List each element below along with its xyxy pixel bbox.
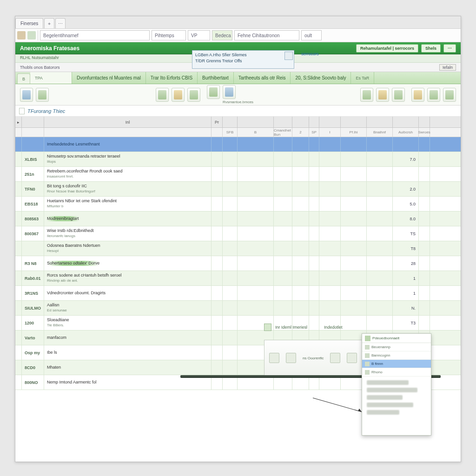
row-expand-icon[interactable] (15, 212, 22, 226)
col-pr[interactable]: Pr (212, 117, 223, 127)
toolbar-btn-5[interactable]: oult (301, 30, 322, 40)
navtab-0b[interactable]: TPA (30, 72, 72, 84)
tab-new-icon[interactable]: ＋ (44, 18, 54, 28)
ribbon-db-label: Rvsmantoe.bmces (223, 100, 253, 104)
nav-icon-1[interactable] (17, 31, 26, 40)
row-expand-icon[interactable] (15, 241, 22, 256)
row-desc: Wise Irstb rds:EdbnithedtIleronanfc lano… (44, 226, 212, 241)
ribbon-table-icon[interactable] (20, 88, 33, 102)
popup-item-1[interactable]: Banncognn (362, 351, 431, 360)
toolbar-btn-4[interactable]: Fehne Cihitautronon (234, 30, 299, 40)
ribbon-export-icon[interactable] (411, 88, 424, 102)
row-value: 5.0 (393, 197, 419, 211)
ribbon-report-icon[interactable] (392, 88, 405, 102)
tab-more-icon[interactable]: ⋯ (55, 18, 66, 28)
popup-body-icon-3[interactable] (330, 353, 340, 363)
popup-item-2[interactable]: B finnn (362, 360, 431, 368)
col-inl[interactable]: Inl (44, 117, 212, 127)
toolbar-btn-2[interactable]: VP (188, 30, 210, 40)
ribbon-sheet-icon[interactable] (36, 88, 49, 102)
nav-icon-2[interactable] (27, 31, 36, 40)
col-8[interactable] (309, 117, 319, 127)
table-row[interactable]: EBS18Huetanrs NBor Iet ome Stark ofendin… (15, 197, 461, 212)
popup-top-label-2: Indedotlet (324, 325, 343, 330)
ribbon-page-icon[interactable] (187, 88, 200, 102)
table-row[interactable]: 800367Wise Irstb rds:EdbnithedtIleronanf… (15, 226, 461, 241)
breadcrumb-text: TFurorang Thiec (27, 108, 65, 114)
popup-item-3[interactable]: Rhono (362, 368, 431, 377)
table-row[interactable]: 251nRetrebem.oconfecthar Rrondt oook sae… (15, 167, 461, 182)
col-13[interactable] (419, 117, 430, 127)
table-row[interactable]: 3R1NSVdnedrcronter oboumt. Dragirts1 (15, 286, 461, 301)
col-blank[interactable] (22, 117, 44, 127)
table-row[interactable]: Rab0.01Rorcs sodene aut cHantuh betsfh s… (15, 271, 461, 286)
toolbar-btn-1[interactable]: Pihtemps (152, 30, 186, 40)
ribbon-print-icon[interactable] (427, 88, 440, 102)
navtab-4[interactable]: Tartheeuts alls otr Reis (234, 72, 291, 84)
popup-body-icon-4[interactable] (347, 353, 357, 363)
callout-link[interactable]: serrocors (301, 52, 319, 56)
navtab-2[interactable]: Trar Ito Erforts CBIS (146, 72, 198, 84)
col-10[interactable] (341, 117, 367, 127)
popup-item-0[interactable]: Beoenannp (362, 343, 431, 351)
ribbon-doc-icon[interactable] (156, 88, 169, 102)
tab-main[interactable]: Finerses (15, 18, 43, 28)
row-expand-icon[interactable] (15, 137, 22, 152)
row-value: 28 (393, 256, 419, 271)
row-expand-icon[interactable] (15, 152, 22, 166)
ribbon-folder-icon[interactable] (172, 88, 185, 102)
banner-share-button[interactable]: Shels (421, 44, 441, 53)
table-row[interactable]: R3 N8Sohertarseso odtalex' Dorve28 (15, 256, 461, 271)
navtab-0a[interactable]: B (17, 73, 30, 84)
row-expand-icon[interactable] (15, 167, 22, 181)
row-expand-icon[interactable] (15, 197, 22, 211)
navtab-1[interactable]: Dvonfurntactes nl Muantes mal (72, 72, 146, 84)
row-expand-icon[interactable] (15, 286, 22, 300)
col-12[interactable] (393, 117, 419, 127)
ribbon-book-icon[interactable] (207, 85, 220, 99)
row-expand-icon[interactable] (15, 301, 22, 315)
table-row[interactable]: 808563Modreenibragtart8.0 (15, 212, 461, 226)
row-expand-icon[interactable] (15, 375, 22, 390)
row-expand-icon[interactable] (15, 226, 22, 241)
subheader-2-button[interactable]: Iefaln (439, 64, 456, 71)
document-icon (19, 108, 25, 114)
navtab-5[interactable]: 20, S:Slidne Soovto baly (291, 72, 351, 84)
popup-body-icon-1[interactable] (269, 353, 279, 363)
navtab-3[interactable]: Burthibertaxt (198, 72, 234, 84)
col-5[interactable] (238, 117, 274, 127)
row-expand-icon[interactable] (15, 271, 22, 285)
table-row[interactable]: XLBISNimusetrp sov.smanda retracter tera… (15, 152, 461, 167)
ribbon-more-icon[interactable] (443, 88, 456, 102)
col-9[interactable] (319, 117, 341, 127)
col-6[interactable] (274, 117, 292, 127)
row-expand-icon[interactable] (15, 316, 22, 330)
row-expand-icon[interactable] (15, 256, 22, 271)
col-4[interactable] (223, 117, 238, 127)
table-row[interactable]: SIULMOAallisnEd senunaeN. (15, 301, 461, 316)
row-expand-icon[interactable] (15, 345, 22, 360)
col-11[interactable] (367, 117, 393, 127)
toolbar-btn-3[interactable]: Bedeca (212, 30, 232, 40)
row-id (22, 137, 44, 152)
callout-line1: LGBen A.Hho Sfier Silemes (195, 52, 291, 58)
navtab-6[interactable]: Es TaR (351, 72, 374, 84)
popup-body-icon-2[interactable] (286, 353, 296, 363)
row-expand-icon[interactable] (15, 360, 22, 375)
col-expand[interactable]: ▸ (15, 117, 22, 127)
ribbon-db-icon[interactable] (223, 85, 236, 99)
table-row[interactable]: TFN0Bit tong s cdonofir IICRnor Ncsoe th… (15, 182, 461, 197)
ribbon-list-icon[interactable] (360, 88, 373, 102)
banner-more-button[interactable]: ⋯ (443, 44, 456, 53)
row-expand-icon[interactable] (15, 331, 22, 345)
table-row[interactable]: Imelsedetedne Lesmethnant (15, 137, 461, 152)
row-value (393, 137, 419, 152)
address-field[interactable]: Begelentihnarnef (40, 30, 150, 40)
callout-icon[interactable] (284, 52, 293, 60)
row-id: 251n (22, 167, 44, 181)
row-expand-icon[interactable] (15, 182, 22, 196)
ribbon-chart-icon[interactable] (376, 88, 389, 102)
col-7[interactable] (292, 117, 309, 127)
table-row[interactable]: Odosnea Baeratns NdertuenHesoplT8 (15, 241, 461, 256)
banner-link[interactable]: Rehamulantafel | serrocors (356, 44, 418, 53)
